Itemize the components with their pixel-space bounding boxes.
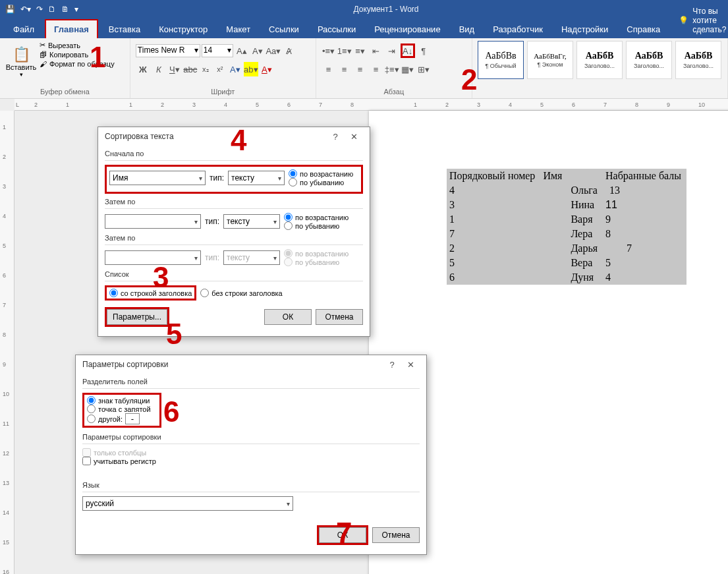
underline-button[interactable]: Ч▾ <box>167 62 182 76</box>
vertical-ruler[interactable]: 12345678910111213141516 <box>0 111 14 574</box>
tab-home[interactable]: Главная <box>45 19 98 38</box>
qat-icon[interactable]: 🗋 <box>48 5 56 14</box>
table-cell[interactable]: Лера <box>540 227 603 241</box>
table-header[interactable]: Имя <box>540 169 603 183</box>
table-cell[interactable]: Ольга <box>540 183 603 198</box>
horizontal-ruler[interactable]: L21123456781234567891011 <box>14 99 728 111</box>
redo-icon[interactable]: ↷ <box>36 5 43 14</box>
align-left-button[interactable]: ≡ <box>322 62 336 76</box>
highlight-button[interactable]: ab▾ <box>244 62 258 76</box>
save-icon[interactable]: 💾 <box>5 5 15 14</box>
close-button[interactable]: ✕ <box>401 360 420 370</box>
tab-view[interactable]: Вид <box>451 20 483 38</box>
with-header-radio[interactable]: со строкой заголовка <box>109 289 192 297</box>
sep-other-input[interactable] <box>125 413 140 424</box>
sort-button[interactable]: A↓ <box>401 43 415 58</box>
sep-tab-radio[interactable]: знак табуляции <box>87 396 157 405</box>
table-cell[interactable]: 5 <box>447 256 540 270</box>
style-normal[interactable]: АаБбВв¶ Обычный <box>478 41 524 79</box>
table-cell[interactable]: 13 <box>603 183 686 198</box>
sep-other-radio[interactable]: другой: <box>87 413 157 424</box>
cut-button[interactable]: ✂Вырезать <box>40 41 115 49</box>
table-cell[interactable]: 5 <box>603 256 686 270</box>
align-right-button[interactable]: ≡ <box>353 62 368 76</box>
tab-review[interactable]: Рецензирование <box>366 20 448 38</box>
tab-file[interactable]: Файл <box>5 20 42 38</box>
sep-semicolon-radio[interactable]: точка с запятой <box>87 405 157 413</box>
table-cell[interactable]: Вера <box>540 256 603 270</box>
case-sensitive-checkbox[interactable]: учитывать регистр <box>82 457 420 465</box>
options-ok-button[interactable]: ОК <box>319 527 366 543</box>
options-cancel-button[interactable]: Отмена <box>372 527 420 543</box>
sort-type-select[interactable]: тексту▾ <box>228 171 285 185</box>
sort-type2-select[interactable]: тексту▾ <box>223 214 280 229</box>
tab-insert[interactable]: Вставка <box>101 20 148 38</box>
sort-desc2-radio[interactable]: по убыванию <box>284 221 349 230</box>
font-size-select[interactable]: 14▾ <box>202 44 233 57</box>
table-header[interactable]: Порядковый номер <box>447 169 540 183</box>
tab-developer[interactable]: Разработчик <box>485 20 551 38</box>
sort-desc-radio[interactable]: по убыванию <box>289 178 353 187</box>
table-cell[interactable]: Варя <box>540 212 603 227</box>
table-cell[interactable]: 3 <box>447 198 540 212</box>
sort-field-select[interactable]: Имя▾ <box>109 171 206 185</box>
dialog-titlebar[interactable]: Параметры сортировки ? ✕ <box>76 355 426 374</box>
text-effects-button[interactable]: A▾ <box>228 62 242 76</box>
tell-me-search[interactable]: 💡 Что вы хотите сделать? <box>673 3 728 38</box>
table-cell[interactable]: 9 <box>603 212 686 227</box>
table-cell[interactable]: 7 <box>447 227 540 241</box>
sort-asc2-radio[interactable]: по возрастанию <box>284 213 349 221</box>
clear-formatting-button[interactable]: A̷ <box>282 43 296 58</box>
qat-icon[interactable]: 🗎 <box>61 5 69 14</box>
language-select[interactable]: русский▾ <box>82 496 293 511</box>
table-header[interactable]: Набранные балы <box>603 169 686 183</box>
font-color-button[interactable]: A▾ <box>260 62 274 76</box>
justify-button[interactable]: ≡ <box>369 62 383 76</box>
table-cell[interactable]: 4 <box>603 270 686 285</box>
page-content[interactable]: Порядковый номер Имя Набранные балы 4Оль… <box>447 169 712 285</box>
shrink-font-button[interactable]: A▾ <box>250 43 265 58</box>
sort-cancel-button[interactable]: Отмена <box>316 309 363 325</box>
no-header-radio[interactable]: без строки заголовка <box>200 289 282 297</box>
sort-field2-select[interactable]: ▾ <box>105 214 201 229</box>
increase-indent-button[interactable]: ⇥ <box>385 43 399 58</box>
sort-asc-radio[interactable]: по возрастанию <box>289 169 353 178</box>
table-cell[interactable]: Нина <box>540 198 603 212</box>
table-cell[interactable]: 7 <box>603 241 686 256</box>
bullets-button[interactable]: •≡▾ <box>322 43 336 58</box>
table-cell[interactable]: 8 <box>603 227 686 241</box>
subscript-button[interactable]: x₂ <box>199 63 212 76</box>
table-cell[interactable]: 1 <box>447 212 540 227</box>
qat-customize-icon[interactable]: ▾ <box>74 5 78 14</box>
table-cell[interactable]: Дуня <box>540 270 603 285</box>
table-cell[interactable]: Дарья <box>540 241 603 256</box>
change-case-button[interactable]: Aa▾ <box>266 43 281 58</box>
tab-design[interactable]: Конструктор <box>151 20 215 38</box>
borders-button[interactable]: ⊞▾ <box>416 62 431 76</box>
style-item[interactable]: АаБбВЗаголово... <box>626 41 672 79</box>
sort-ok-button[interactable]: ОК <box>264 309 312 325</box>
shading-button[interactable]: ▦▾ <box>401 62 415 76</box>
paste-button[interactable]: 📋 Вставить ▾ <box>5 41 37 83</box>
style-item[interactable]: АаБбВвГг,¶ Эконом <box>527 41 573 79</box>
decrease-indent-button[interactable]: ⇤ <box>369 43 383 58</box>
numbering-button[interactable]: 1≡▾ <box>337 43 352 58</box>
bold-button[interactable]: Ж <box>136 62 150 76</box>
table-cell[interactable]: 6 <box>447 270 540 285</box>
italic-button[interactable]: К <box>152 62 166 76</box>
format-painter-button[interactable]: 🖌Формат по образцу <box>40 60 115 68</box>
grow-font-button[interactable]: A▴ <box>235 43 249 58</box>
sort-params-button[interactable]: Параметры... <box>107 309 167 325</box>
font-name-select[interactable]: Times New R▾ <box>136 44 200 57</box>
tab-references[interactable]: Ссылки <box>261 20 307 38</box>
undo-icon[interactable]: ↶▾ <box>20 5 31 14</box>
align-center-button[interactable]: ≡ <box>337 62 352 76</box>
style-item[interactable]: АаБбВЗаголово... <box>675 41 721 79</box>
line-spacing-button[interactable]: ‡≡▾ <box>385 62 399 76</box>
superscript-button[interactable]: x² <box>213 63 227 76</box>
close-button[interactable]: ✕ <box>345 132 363 142</box>
table-cell[interactable]: 2 <box>447 241 540 256</box>
strikethrough-button[interactable]: abc <box>183 62 198 76</box>
help-button[interactable]: ? <box>383 360 401 370</box>
show-marks-button[interactable]: ¶ <box>416 43 431 58</box>
